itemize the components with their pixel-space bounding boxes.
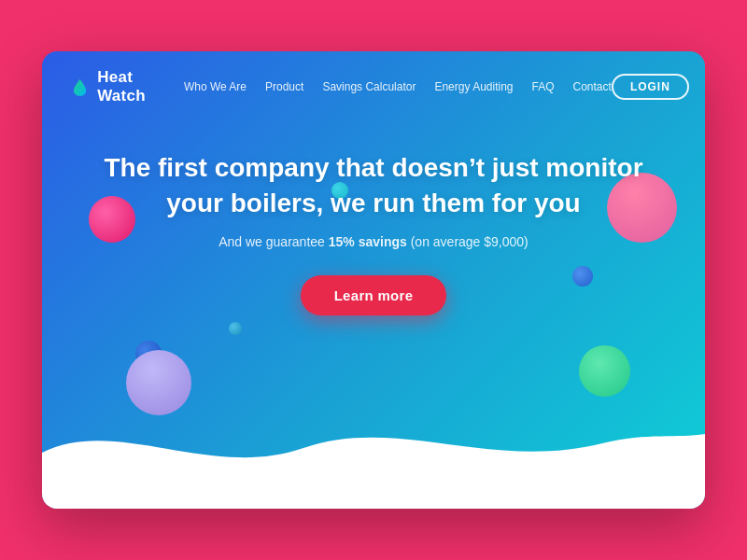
- decorative-ball-lavender: [126, 350, 191, 415]
- login-button[interactable]: LOGIN: [612, 74, 689, 100]
- logo-icon: [70, 72, 90, 102]
- hero-title: The first company that doesn’t just moni…: [98, 150, 649, 221]
- wave-decoration: [42, 397, 705, 509]
- hero-section: The first company that doesn’t just moni…: [42, 122, 705, 315]
- nav-energy-auditing[interactable]: Energy Auditing: [434, 80, 513, 93]
- hero-subtitle: And we guarantee 15% savings (on average…: [98, 234, 649, 249]
- nav-who-we-are[interactable]: Who We Are: [184, 80, 247, 93]
- hero-sub-bold: 15% savings: [329, 234, 407, 249]
- logo-area: Heat Watch: [70, 68, 156, 105]
- main-card: Heat Watch Who We Are Product Savings Ca…: [42, 51, 705, 509]
- nav-product[interactable]: Product: [265, 80, 303, 93]
- navbar: Heat Watch Who We Are Product Savings Ca…: [42, 51, 705, 122]
- hero-sub-text: And we guarantee: [218, 234, 329, 249]
- decorative-ball-green: [579, 345, 630, 397]
- nav-links: Who We Are Product Savings Calculator En…: [184, 80, 612, 93]
- learn-more-button[interactable]: Learn more: [301, 275, 447, 315]
- brand-name: Heat Watch: [97, 68, 156, 105]
- nav-faq[interactable]: FAQ: [532, 80, 555, 93]
- hero-sub-extra: (on average $9,000): [407, 234, 529, 249]
- nav-contact[interactable]: Contact: [573, 80, 612, 93]
- nav-savings-calculator[interactable]: Savings Calculator: [322, 80, 416, 93]
- decorative-ball-small-blue: [229, 322, 242, 335]
